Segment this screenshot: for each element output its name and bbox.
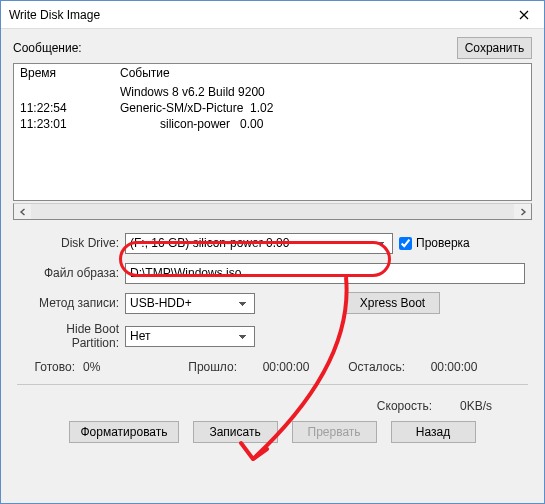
write-button[interactable]: Записать [193, 421, 278, 443]
xpress-boot-button[interactable]: Xpress Boot [345, 292, 440, 314]
abort-button[interactable]: Прервать [292, 421, 377, 443]
log-event: silicon-power 0.00 [120, 116, 263, 132]
close-button[interactable] [504, 1, 544, 29]
log-time: 11:22:54 [20, 100, 120, 116]
form-area: Disk Drive: (F:, 16 GB) silicon-power 0.… [13, 230, 532, 445]
log-listbox[interactable]: Время Событие Windows 8 v6.2 Build 92001… [13, 63, 532, 201]
image-file-label: Файл образа: [17, 266, 125, 280]
button-bar: Форматировать Записать Прервать Назад [17, 419, 528, 443]
speed-label: Скорость: [377, 399, 432, 413]
window: Write Disk Image Сообщение: Сохранить Вр… [0, 0, 545, 504]
scroll-track[interactable] [31, 204, 514, 219]
col-event-header: Событие [120, 66, 170, 80]
image-file-input[interactable] [125, 263, 525, 284]
elapsed-value: 00:00:00 [241, 360, 331, 374]
titlebar: Write Disk Image [1, 1, 544, 29]
disk-drive-select[interactable]: (F:, 16 GB) silicon-power 0.00 [125, 233, 393, 254]
format-button[interactable]: Форматировать [69, 421, 178, 443]
hide-boot-select[interactable]: Нет [125, 326, 255, 347]
remain-label: Осталось: [335, 360, 405, 374]
write-method-label: Метод записи: [17, 296, 125, 310]
content-area: Сообщение: Сохранить Время Событие Windo… [1, 29, 544, 503]
elapsed-label: Прошло: [177, 360, 237, 374]
log-row[interactable]: 11:23:01 silicon-power 0.00 [20, 116, 525, 132]
ready-label: Готово: [21, 360, 79, 374]
write-method-select[interactable]: USB-HDD+ [125, 293, 255, 314]
log-row[interactable]: Windows 8 v6.2 Build 9200 [20, 84, 525, 100]
remain-value: 00:00:00 [409, 360, 499, 374]
log-header: Время Событие [14, 64, 531, 84]
col-time-header: Время [20, 66, 120, 80]
log-event: Generic-SM/xD-Picture 1.02 [120, 100, 273, 116]
log-event: Windows 8 v6.2 Build 9200 [120, 84, 265, 100]
message-label: Сообщение: [13, 41, 82, 55]
verify-label[interactable]: Проверка [416, 236, 470, 250]
horizontal-scrollbar[interactable] [13, 203, 532, 220]
log-row[interactable]: 11:22:54Generic-SM/xD-Picture 1.02 [20, 100, 525, 116]
verify-checkbox[interactable] [399, 237, 412, 250]
ready-value: 0% [83, 360, 173, 374]
separator [17, 384, 528, 385]
hide-boot-label: Hide Boot Partition: [17, 322, 125, 350]
window-title: Write Disk Image [9, 8, 504, 22]
log-time [20, 84, 120, 100]
speed-row: Скорость: 0KB/s [17, 393, 528, 419]
log-body: Windows 8 v6.2 Build 920011:22:54Generic… [14, 84, 531, 132]
log-time: 11:23:01 [20, 116, 120, 132]
scroll-left-arrow-icon[interactable] [14, 204, 31, 219]
scroll-right-arrow-icon[interactable] [514, 204, 531, 219]
close-icon [519, 10, 529, 20]
speed-value: 0KB/s [460, 399, 520, 413]
status-row: Готово: 0% Прошло: 00:00:00 Осталось: 00… [17, 358, 528, 380]
disk-drive-label: Disk Drive: [17, 236, 125, 250]
back-button[interactable]: Назад [391, 421, 476, 443]
save-button[interactable]: Сохранить [457, 37, 532, 59]
